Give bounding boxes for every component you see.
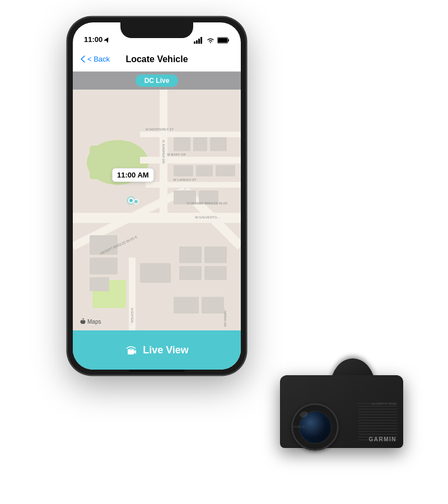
svg-text:W MONTEREY ST: W MONTEREY ST — [146, 128, 174, 131]
live-view-button[interactable]: Live View — [73, 330, 241, 370]
page-title: Locate Vehicle — [125, 54, 188, 64]
location-dot-secondary — [133, 199, 139, 204]
dashcam: CLARITY NVE 1440p30 GARMIN — [280, 358, 403, 448]
nav-bar: < Back Locate Vehicle — [73, 47, 241, 72]
svg-text:...NIPER DR: ...NIPER DR — [223, 308, 227, 327]
svg-rect-27 — [204, 246, 227, 263]
svg-rect-20 — [210, 137, 227, 151]
battery-icon — [217, 37, 230, 44]
map-tooltip: 11:00 AM — [112, 168, 154, 182]
svg-rect-26 — [179, 246, 202, 263]
svg-text:W GALVESTO...: W GALVESTO... — [195, 216, 220, 219]
svg-rect-22 — [196, 165, 213, 176]
svg-marker-46 — [134, 350, 136, 354]
lens-highlight — [299, 410, 309, 419]
scene: 11:00 — [0, 0, 448, 504]
apple-maps-label: Maps — [80, 318, 101, 325]
svg-rect-1 — [194, 41, 195, 44]
svg-rect-31 — [90, 258, 118, 274]
clarity-label: CLARITY NVE — [371, 402, 396, 405]
svg-rect-34 — [174, 297, 199, 314]
svg-rect-21 — [174, 165, 193, 176]
svg-rect-14 — [140, 157, 241, 164]
svg-rect-28 — [179, 266, 202, 280]
svg-text:W BART DR: W BART DR — [167, 153, 186, 156]
live-view-label: Live View — [143, 344, 189, 356]
svg-rect-23 — [216, 165, 235, 176]
map-svg: W MONTEREY ST W BART DR W LAREDO ST N DE… — [73, 90, 241, 330]
svg-rect-19 — [193, 137, 207, 151]
dc-live-bar: DC Live — [73, 72, 241, 90]
apple-icon — [80, 318, 86, 325]
status-icons — [194, 37, 230, 44]
status-time: 11:00 — [84, 35, 110, 44]
svg-text:N DESERT BREEZE BLVD: N DESERT BREEZE BLVD — [187, 202, 228, 205]
svg-rect-18 — [174, 137, 190, 151]
signal-bars-icon — [194, 37, 204, 44]
dc-live-pill: DC Live — [136, 74, 179, 87]
phone-screen: 11:00 — [73, 22, 241, 370]
live-view-icon — [125, 345, 137, 355]
svg-rect-3 — [198, 39, 200, 44]
svg-rect-45 — [128, 350, 134, 354]
svg-rect-33 — [140, 263, 171, 283]
back-button[interactable]: < Back — [81, 55, 110, 63]
camera-body: CLARITY NVE 1440p30 GARMIN — [280, 375, 403, 448]
map-area[interactable]: W MONTEREY ST W BART DR W LAREDO ST N DE… — [73, 90, 241, 330]
svg-rect-35 — [202, 297, 224, 314]
svg-text:N ENTER...: N ENTER... — [130, 308, 134, 326]
svg-rect-32 — [90, 277, 109, 291]
svg-text:N JUNIPER DR: N JUNIPER DR — [162, 140, 165, 164]
maps-label: Maps — [87, 319, 101, 325]
time-label: 11:00 — [84, 35, 102, 44]
resolution-label: 1440p30 — [292, 425, 305, 428]
svg-rect-7 — [218, 38, 227, 43]
chevron-left-icon — [81, 55, 85, 63]
location-arrow-icon — [104, 37, 110, 43]
svg-rect-6 — [228, 39, 229, 41]
svg-rect-15 — [140, 132, 241, 137]
svg-marker-0 — [104, 37, 110, 43]
garmin-brand-label: GARMIN — [368, 436, 396, 442]
svg-text:W LAREDO ST: W LAREDO ST — [173, 178, 197, 181]
svg-rect-2 — [196, 40, 198, 44]
back-label: < Back — [87, 55, 110, 63]
wifi-icon — [207, 38, 214, 44]
tooltip-time: 11:00 AM — [117, 171, 149, 179]
home-indicator — [129, 370, 185, 372]
svg-rect-4 — [200, 37, 202, 44]
svg-rect-29 — [204, 266, 227, 280]
svg-rect-16 — [146, 182, 241, 188]
phone-notch — [120, 22, 193, 38]
phone: 11:00 — [67, 17, 246, 375]
